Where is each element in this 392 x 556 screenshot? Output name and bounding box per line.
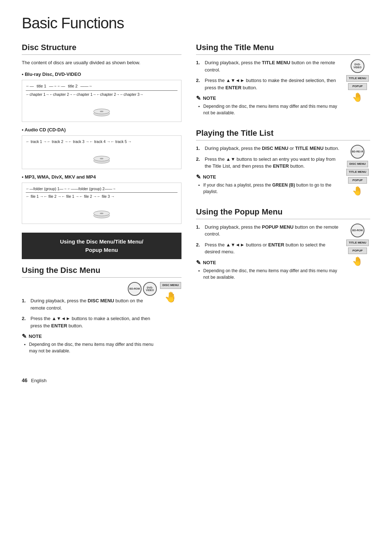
title-menu-remote: DVD-VIDEO TITLE MENU POPUP 🤚 — [345, 59, 370, 102]
bd-rom-badge-popup: BD-ROM — [351, 224, 364, 237]
title-list-step-1: 1. During playback, press the DISC MENU … — [196, 145, 342, 152]
disc-menu-content: BD-ROM DVD-VIDEO 1. During playback, pre… — [22, 282, 181, 358]
page-number: 46 — [22, 377, 28, 383]
note-icon-disc-menu: ✎ — [22, 333, 26, 340]
popup-button-title: POPUP — [348, 83, 367, 90]
bd-rom-badge: BD-ROM — [128, 282, 142, 296]
note-icon-popup-menu: ✎ — [196, 259, 201, 266]
disc-menu-hand-icon: 🤚 — [164, 291, 177, 303]
popup-menu-title: Using the Popup Menu — [196, 207, 370, 219]
title-menu-title: Using the Title Menu — [196, 43, 370, 55]
disc-menu-list: 1. During playback, press the DISC MENU … — [22, 297, 157, 329]
popup-menu-step-1: 1. During playback, press the POPUP MENU… — [196, 224, 342, 238]
note-icon-title-list: ✎ — [196, 173, 201, 180]
popup-menu-list: 1. During playback, press the POPUP MENU… — [196, 224, 342, 255]
disc-structure-title: Disc Structure — [22, 43, 181, 55]
bd-re-r-badge: BD-RE/-R — [351, 145, 364, 159]
title-list-note-text: If your disc has a playlist, press the G… — [196, 182, 342, 195]
mp3-header: • MP3, WMA, DivX, MKV and MP4 — [22, 174, 181, 180]
disc-menu-note-label: NOTE — [29, 334, 42, 339]
disc-menu-title: Using the Disc Menu — [22, 266, 181, 278]
disc-menu-steps: BD-ROM DVD-VIDEO 1. During playback, pre… — [22, 282, 157, 358]
disc-menu-step-1: 1. During playback, press the DISC MENU … — [22, 297, 157, 311]
popup-button-popup: POPUP — [348, 248, 367, 254]
title-list-title: Playing the Title List — [196, 128, 370, 140]
title-list-section: Playing the Title List 1. During playbac… — [196, 128, 370, 199]
popup-menu-note: ✎ NOTE Depending on the disc, the menu i… — [196, 259, 342, 281]
disc-menu-note: ✎ NOTE Depending on the disc, the menu i… — [22, 333, 157, 354]
title-menu-note-label: NOTE — [203, 95, 216, 101]
bluray-header: • Blu-ray Disc, DVD-VIDEO — [22, 71, 181, 77]
popup-menu-section: Using the Popup Menu 1. During playback,… — [196, 207, 370, 284]
page-footer: 46 English — [22, 377, 370, 383]
disc-menu-note-text: Depending on the disc, the menu items ma… — [22, 341, 157, 354]
mp3-disc-icon — [93, 202, 111, 220]
title-menu-hand-icon: 🤚 — [352, 92, 363, 102]
audiocd-diagram: ← track 1 →← track 2 →← track 3 →← track… — [22, 135, 181, 169]
disc-menu-button-list: DISC MENU — [347, 161, 368, 167]
title-list-remote: BD-RE/-R DISC MENU TITLE MENU POPUP 🤚 — [345, 145, 370, 196]
dark-box-line2: Popup Menu — [85, 247, 118, 253]
title-menu-step-2: 2. Press the ▲▼◄► buttons to make the de… — [196, 77, 342, 91]
dark-box: Using the Disc Menu/Title Menu/ Popup Me… — [22, 233, 181, 259]
title-list-note-label: NOTE — [203, 174, 216, 180]
title-list-content: 1. During playback, press the DISC MENU … — [196, 145, 370, 199]
popup-menu-steps: 1. During playback, press the POPUP MENU… — [196, 224, 342, 284]
audiocd-disc-icon — [93, 147, 111, 165]
title-menu-content: 1. During playback, press the TITLE MENU… — [196, 59, 370, 120]
right-column: Using the Title Menu 1. During playback,… — [196, 43, 370, 367]
disc-structure-intro: The content of discs are usually divided… — [22, 59, 181, 66]
svg-point-5 — [100, 158, 103, 159]
title-menu-steps: 1. During playback, press the TITLE MENU… — [196, 59, 342, 120]
title-menu-section: Using the Title Menu 1. During playback,… — [196, 43, 370, 120]
popup-button-list: POPUP — [348, 177, 367, 184]
popup-menu-content: 1. During playback, press the POPUP MENU… — [196, 224, 370, 284]
dvd-video-badge-disc: DVD-VIDEO — [143, 282, 157, 296]
disc-menu-step-2: 2. Press the ▲▼◄► buttons to make a sele… — [22, 315, 157, 329]
disc-menu-badges: BD-ROM DVD-VIDEO — [22, 282, 157, 296]
popup-menu-remote: BD-ROM TITLE MENU POPUP 🤚 — [345, 224, 370, 267]
dvd-video-badge-title: DVD-VIDEO — [351, 59, 364, 73]
title-list-note: ✎ NOTE If your disc has a playlist, pres… — [196, 173, 342, 195]
page-title: Basic Functions — [22, 15, 370, 32]
note-icon-title-menu: ✎ — [196, 95, 201, 102]
svg-point-8 — [100, 213, 103, 214]
audiocd-header: • Audio CD (CD-DA) — [22, 127, 181, 132]
popup-menu-step-2: 2. Press the ▲▼◄► buttons or ENTER butto… — [196, 241, 342, 255]
svg-point-2 — [100, 111, 103, 112]
dark-box-line1: Using the Disc Menu/Title Menu/ — [60, 238, 143, 245]
bluray-diagram: ←— title 1 —→←— title 2 ——→ ←chapter 1→←… — [22, 80, 181, 122]
title-list-hand-icon: 🤚 — [352, 186, 363, 196]
disc-structure-section: Disc Structure The content of discs are … — [22, 43, 181, 224]
popup-menu-note-label: NOTE — [203, 260, 216, 265]
title-menu-step-1: 1. During playback, press the TITLE MENU… — [196, 59, 342, 73]
title-list-step-2: 2. Press the ▲▼ buttons to select an ent… — [196, 156, 342, 170]
disc-menu-remote: DISC MENU 🤚 — [160, 282, 181, 303]
disc-menu-button-label: DISC MENU — [160, 282, 181, 289]
title-menu-button-list: TITLE MENU — [346, 169, 369, 175]
title-list-list: 1. During playback, press the DISC MENU … — [196, 145, 342, 170]
title-list-steps: 1. During playback, press the DISC MENU … — [196, 145, 342, 199]
title-menu-list: 1. During playback, press the TITLE MENU… — [196, 59, 342, 91]
popup-menu-note-text: Depending on the disc, the menu items ma… — [196, 267, 342, 281]
disc-menu-section: Using the Disc Menu BD-ROM DVD-VIDEO 1. … — [22, 266, 181, 358]
title-menu-button-label: TITLE MENU — [346, 75, 369, 82]
mp3-diagram: ←—folder (group) 1—→←——folder (group) 2—… — [22, 183, 181, 224]
title-menu-note: ✎ NOTE Depending on the disc, the menu i… — [196, 95, 342, 116]
left-column: Disc Structure The content of discs are … — [22, 43, 181, 367]
bluray-disc-icon — [93, 100, 111, 118]
title-menu-button-popup: TITLE MENU — [346, 240, 369, 246]
title-menu-note-text: Depending on the disc, the menu items ma… — [196, 103, 342, 116]
popup-menu-hand-icon: 🤚 — [352, 256, 363, 266]
page-lang: English — [31, 378, 46, 383]
